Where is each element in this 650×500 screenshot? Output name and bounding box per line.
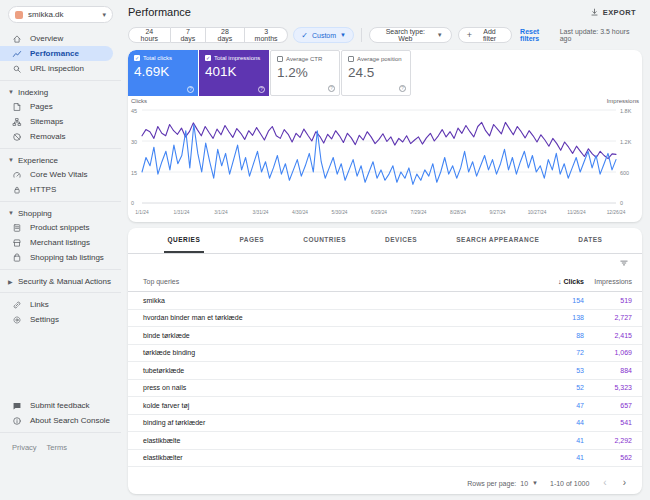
table-filter-icon[interactable] [619, 258, 629, 268]
sidebar-item-merchant-listings[interactable]: Merchant listings [0, 235, 121, 250]
sidebar: smikka.dk ▾ OverviewPerformanceURL inspe… [0, 0, 121, 500]
impressions-header[interactable]: Impressions [584, 278, 642, 285]
property-selector[interactable]: smikka.dk ▾ [8, 6, 113, 23]
sidebar-item-https[interactable]: HTTPS [0, 182, 121, 197]
table-row[interactable]: tørklæde binding721,069 [128, 345, 642, 363]
date-range-3-months[interactable]: 3 months [245, 27, 288, 43]
sidebar-item-about-search-console[interactable]: About Search Console [0, 413, 121, 428]
help-icon[interactable]: ? [328, 85, 335, 92]
https-icon [12, 185, 22, 195]
date-range-28-days[interactable]: 28 days [206, 27, 245, 43]
help-icon[interactable]: ? [399, 85, 406, 92]
help-icon[interactable]: ? [187, 86, 194, 93]
clicks-sort-header[interactable]: ↓Clicks [514, 278, 584, 285]
svg-text:5/30/24: 5/30/24 [331, 210, 347, 215]
sidebar-item-core-web-vitals[interactable]: Core Web Vitals [0, 167, 121, 182]
plus-icon: + [467, 30, 472, 40]
clicks-cell: 88 [514, 332, 584, 339]
table-header-row: Top queries ↓Clicks Impressions [128, 271, 642, 292]
terms-link[interactable]: Terms [47, 443, 67, 452]
table-row[interactable]: elastikbælter41562 [128, 450, 642, 468]
metric-tile-average-position[interactable]: Average position24.5? [341, 50, 411, 96]
search-icon [12, 64, 22, 74]
tab-queries[interactable]: QUERIES [164, 228, 205, 253]
table-row[interactable]: tubetørklæde53884 [128, 362, 642, 380]
chevron-down-icon: ▼ [532, 480, 538, 486]
removals-icon [12, 132, 22, 142]
date-range-7-days[interactable]: 7 days [171, 27, 206, 43]
svg-text:1.8K: 1.8K [620, 108, 632, 114]
previous-page-button[interactable]: ‹ [601, 478, 608, 488]
tab-dates[interactable]: DATES [574, 228, 606, 253]
svg-text:Clicks: Clicks [131, 98, 147, 104]
impressions-cell: 884 [584, 367, 642, 374]
help-icon[interactable]: ? [258, 86, 265, 93]
rows-per-page-select[interactable]: Rows per page: 10 ▼ [467, 480, 538, 487]
impressions-cell: 2,415 [584, 332, 642, 339]
table-row[interactable]: press on nails525,323 [128, 380, 642, 398]
add-filter-button[interactable]: + Add filter [458, 27, 512, 43]
metric-label: Average position [357, 56, 402, 62]
clicks-cell: 44 [514, 419, 584, 426]
clicks-cell: 47 [514, 402, 584, 409]
tab-search-appearance[interactable]: SEARCH APPEARANCE [452, 228, 543, 253]
top-queries-header: Top queries [128, 278, 514, 285]
sidebar-item-pages[interactable]: Pages [0, 99, 121, 114]
table-row[interactable]: binde tørklæde882,415 [128, 327, 642, 345]
chevron-down-icon: ▼ [8, 157, 14, 163]
performance-summary-card: ✓Total clicks4.69K?✓Total impressions401… [128, 50, 642, 222]
sidebar-section-security-manual-actions[interactable]: ▶Security & Manual Actions [0, 274, 121, 288]
sidebar-item-performance[interactable]: Performance [0, 46, 113, 61]
query-cell: tørklæde binding [128, 349, 514, 356]
check-icon: ✓ [301, 31, 308, 40]
query-cell: binde tørklæde [128, 332, 514, 339]
clicks-cell: 154 [514, 297, 584, 304]
svg-text:4/30/24: 4/30/24 [292, 210, 308, 215]
tab-devices[interactable]: DEVICES [381, 228, 421, 253]
sidebar-item-product-snippets[interactable]: Product snippets [0, 220, 121, 235]
sidebar-section-shopping[interactable]: ▼Shopping [0, 206, 121, 220]
query-cell: press on nails [128, 384, 514, 391]
sidebar-item-removals[interactable]: Removals [0, 129, 121, 144]
custom-date-button[interactable]: ✓ Custom ▼ [293, 27, 354, 43]
table-row[interactable]: binding af tørklæder44541 [128, 415, 642, 433]
privacy-link[interactable]: Privacy [12, 443, 37, 452]
table-row[interactable]: hvordan binder man et tørklæde1382,727 [128, 310, 642, 328]
metric-tile-average-ctr[interactable]: Average CTR1.2%? [270, 50, 340, 96]
sidebar-section-indexing[interactable]: ▼Indexing [0, 85, 121, 99]
chevron-down-icon: ▼ [8, 210, 14, 216]
metric-tile-total-impressions[interactable]: ✓Total impressions401K? [199, 50, 269, 96]
sidebar-item-shopping-tab-listings[interactable]: Shopping tab listings [0, 250, 121, 265]
table-row[interactable]: smikka154519 [128, 292, 642, 310]
average-ctr-checkbox[interactable] [277, 56, 283, 62]
sidebar-item-links[interactable]: Links [0, 297, 121, 312]
total-impressions-checkbox[interactable]: ✓ [205, 55, 211, 61]
sidebar-item-sitemaps[interactable]: Sitemaps [0, 114, 121, 129]
total-clicks-checkbox[interactable]: ✓ [134, 55, 140, 61]
table-row[interactable]: kolde farver tøj47657 [128, 397, 642, 415]
search-type-button[interactable]: Search type: Web ▼ [369, 27, 452, 43]
export-button[interactable]: EXPORT [584, 7, 642, 18]
sidebar-item-url-inspection[interactable]: URL inspection [0, 61, 121, 76]
sidebar-item-settings[interactable]: Settings [0, 312, 121, 327]
sidebar-item-submit-feedback[interactable]: Submit feedback [0, 398, 121, 413]
info-icon [12, 416, 22, 426]
date-range-24-hours[interactable]: 24 hours [128, 27, 171, 43]
average-position-checkbox[interactable] [348, 56, 354, 62]
reset-filters-link[interactable]: Reset filters [520, 28, 560, 42]
sidebar-section-experience[interactable]: ▼Experience [0, 153, 121, 167]
impressions-cell: 541 [584, 419, 642, 426]
metric-tiles: ✓Total clicks4.69K?✓Total impressions401… [128, 50, 642, 96]
topbar: Performance EXPORT [128, 0, 642, 22]
next-page-button[interactable]: › [621, 478, 628, 488]
impressions-cell: 1,069 [584, 349, 642, 356]
impressions-cell: 657 [584, 402, 642, 409]
query-cell: binding af tørklæder [128, 419, 514, 426]
metric-tile-total-clicks[interactable]: ✓Total clicks4.69K? [128, 50, 198, 96]
table-row[interactable]: elastikbælte412,292 [128, 432, 642, 450]
query-cell: smikka [128, 297, 514, 304]
tab-pages[interactable]: PAGES [235, 228, 268, 253]
tab-countries[interactable]: COUNTRIES [299, 228, 350, 253]
metric-label: Total clicks [143, 55, 172, 61]
sidebar-item-overview[interactable]: Overview [0, 31, 121, 46]
